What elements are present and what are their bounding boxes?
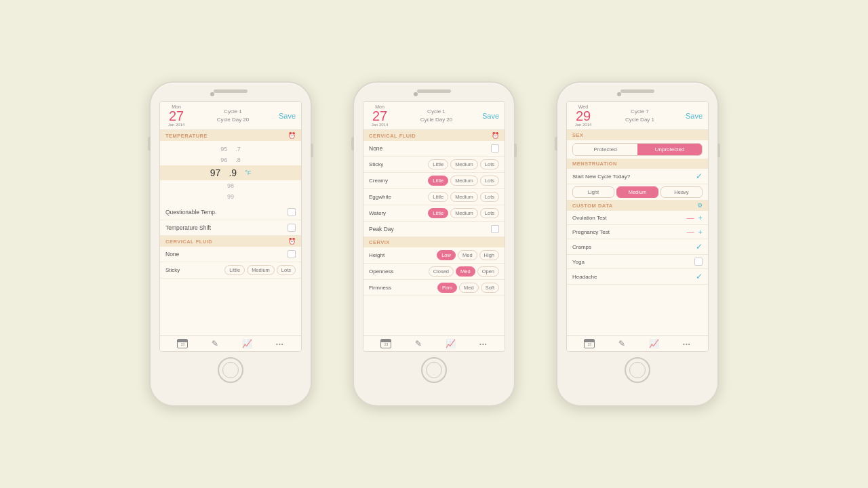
protected-option[interactable]: Protected (573, 144, 637, 155)
chart-tab-3[interactable]: 📈 (649, 339, 659, 348)
edit-tab-2[interactable]: ✎ (415, 339, 422, 348)
cervical-section-2: CERVICAL FLUID ⏰ (363, 130, 505, 141)
alarm-icon-1[interactable]: ⏰ (288, 132, 296, 139)
sticky-little-2[interactable]: Little (428, 159, 448, 169)
creamy-little[interactable]: Little (428, 176, 448, 186)
eggwhite-little[interactable]: Little (428, 192, 448, 202)
alarm-icon-cf1[interactable]: ⏰ (288, 238, 296, 245)
more-tab-1[interactable]: ••• (276, 341, 283, 347)
openness-open[interactable]: Open (477, 266, 499, 277)
cycle-info-3: Cycle 7 Cycle Day 1 (594, 108, 686, 123)
watery-lots[interactable]: Lots (480, 208, 499, 218)
gear-icon[interactable]: ⚙ (697, 202, 703, 209)
alarm-icon-2[interactable]: ⏰ (492, 132, 499, 139)
ovulation-plus[interactable]: + (698, 214, 703, 222)
temp-unit: °F (245, 169, 251, 176)
temp-dec-95: .7 (235, 146, 241, 152)
eggwhite-label: Eggwhite (369, 194, 397, 200)
chart-tab-1[interactable]: 📈 (242, 339, 252, 348)
sticky-lots-2[interactable]: Lots (480, 159, 499, 169)
ovulation-row: Ovulation Test — + (567, 211, 708, 225)
firmness-med[interactable]: Med (459, 283, 479, 293)
watery-little[interactable]: Little (428, 208, 448, 218)
openness-label: Openness (369, 268, 397, 274)
sticky-lots-1[interactable]: Lots (277, 265, 296, 275)
none-checkbox-1[interactable] (288, 250, 296, 258)
height-low[interactable]: Low (437, 250, 456, 260)
header-1: Mon 27 Jan 2014 Cycle 1 Cycle Day 20 Sav… (160, 102, 301, 130)
cycle-info-2: Cycle 1 Cycle Day 20 (391, 108, 482, 123)
none-row-2: None (363, 141, 505, 157)
flow-heavy[interactable]: Heavy (660, 186, 703, 198)
edit-tab-3[interactable]: ✎ (618, 339, 625, 348)
creamy-medium[interactable]: Medium (450, 176, 478, 186)
height-high[interactable]: High (479, 250, 499, 260)
height-med[interactable]: Med (458, 250, 477, 260)
watery-medium[interactable]: Medium (450, 208, 478, 218)
temp-row-97[interactable]: 97 .9 °F (160, 165, 301, 180)
date-box-1: Mon 27 Jan 2014 (165, 104, 187, 127)
home-inner-3 (629, 362, 646, 378)
screen-3: Wed 29 Jan 2014 Cycle 7 Cycle Day 1 Save… (566, 101, 709, 352)
screen-2: Mon 27 Jan 2014 Cycle 1 Cycle Day 20 Sav… (363, 101, 505, 352)
questionable-temp-checkbox[interactable] (288, 208, 296, 216)
ovulation-label: Ovulation Test (572, 215, 687, 221)
date-number-2: 27 (372, 109, 387, 123)
calendar-tab-3[interactable]: 23 (584, 339, 595, 348)
home-btn-3[interactable] (625, 357, 650, 383)
edit-tab-1[interactable]: ✎ (212, 339, 218, 348)
more-tab-3[interactable]: ••• (683, 341, 690, 347)
openness-med[interactable]: Med (456, 266, 475, 277)
sticky-little-1[interactable]: Little (224, 265, 245, 275)
unprotected-option[interactable]: Unprotected (637, 144, 702, 155)
pregnancy-minus[interactable]: — (687, 228, 694, 236)
home-btn-2[interactable] (421, 357, 447, 383)
save-btn-3[interactable]: Save (686, 112, 703, 120)
sticky-medium-2[interactable]: Medium (450, 159, 478, 169)
temp-val-97: 97 (210, 165, 221, 180)
calendar-tab-2[interactable]: 23 (380, 339, 391, 348)
sticky-label-1: Sticky (165, 267, 194, 273)
yoga-checkbox[interactable] (694, 258, 703, 266)
cal-num-3: 23 (588, 342, 592, 346)
calendar-tab-1[interactable]: 23 (177, 339, 188, 348)
save-btn-1[interactable]: Save (279, 112, 296, 120)
pregnancy-plus[interactable]: + (698, 228, 703, 236)
volume-btn-2 (351, 137, 354, 150)
home-inner-1 (222, 362, 239, 378)
temp-shift-checkbox[interactable] (288, 224, 296, 232)
power-btn-1 (311, 144, 313, 157)
sticky-medium-1[interactable]: Medium (247, 265, 275, 275)
save-btn-2[interactable]: Save (482, 112, 499, 120)
headache-check[interactable]: ✓ (696, 272, 703, 281)
flow-medium[interactable]: Medium (616, 186, 658, 198)
temp-shift-row: Temperature Shift (160, 220, 301, 236)
chart-tab-2[interactable]: 📈 (446, 339, 456, 348)
new-cycle-check[interactable]: ✓ (696, 171, 703, 181)
cramps-check[interactable]: ✓ (696, 242, 703, 251)
sticky-label-2: Sticky (369, 161, 397, 167)
phone-3: Wed 29 Jan 2014 Cycle 7 Cycle Day 1 Save… (556, 81, 719, 407)
home-btn-1[interactable] (218, 357, 243, 383)
pregnancy-label: Pregnancy Test (572, 229, 687, 235)
more-tab-2[interactable]: ••• (479, 341, 487, 347)
cycle-name-2: Cycle 1 (391, 108, 482, 115)
flow-toggle: Light Medium Heavy (572, 186, 703, 198)
none-label-2: None (369, 145, 491, 152)
firmness-soft[interactable]: Soft (481, 283, 499, 293)
power-btn-3 (717, 144, 720, 157)
none-checkbox-2[interactable] (491, 144, 499, 152)
flow-light[interactable]: Light (572, 186, 614, 198)
peak-day-checkbox[interactable] (491, 225, 499, 233)
firmness-btns: Firm Med Soft (397, 283, 499, 293)
ovulation-minus[interactable]: — (687, 214, 694, 222)
eggwhite-lots[interactable]: Lots (480, 192, 499, 202)
temp-dec-97: .9 (229, 167, 237, 178)
firmness-firm[interactable]: Firm (437, 283, 457, 293)
openness-closed[interactable]: Closed (429, 266, 454, 277)
phone-2: Mon 27 Jan 2014 Cycle 1 Cycle Day 20 Sav… (353, 81, 515, 407)
temp-picker: 95 .7 96 .8 97 .9 °F 98 99 (160, 141, 301, 205)
yoga-label: Yoga (572, 259, 694, 265)
eggwhite-medium[interactable]: Medium (450, 192, 478, 202)
creamy-lots[interactable]: Lots (480, 176, 499, 186)
